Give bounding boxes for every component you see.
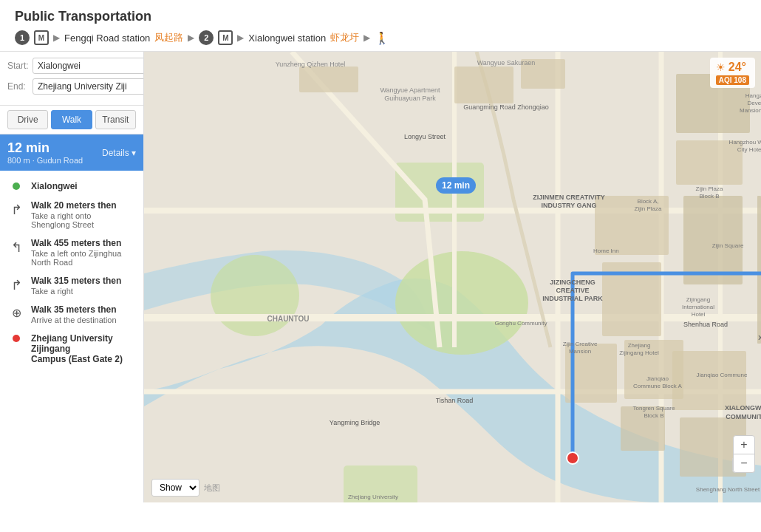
step-text-4: Walk 35 meters then Arrive at the destin…: [31, 304, 136, 324]
svg-rect-12: [454, 66, 513, 103]
svg-text:Jianqiao: Jianqiao: [646, 375, 669, 382]
step-icon-col: [7, 181, 25, 190]
svg-text:Shenhua Road: Shenhua Road: [683, 321, 728, 328]
step-1: ↱ Walk 20 meters then Take a right ontoS…: [0, 196, 143, 233]
walk-icon: 🚶: [375, 31, 389, 45]
svg-text:Zijin Plaza: Zijin Plaza: [696, 185, 723, 192]
svg-text:CREATIVE: CREATIVE: [556, 287, 590, 294]
steps-list: Xialongwei ↱ Walk 20 meters then Take a …: [0, 171, 143, 502]
search-section: Start: ✕ ⇅ End: ✕: [0, 52, 143, 106]
step1-desc: Take a right ontoShenglong Street: [31, 211, 136, 229]
step-text-3: Walk 315 meters then Take a right: [31, 276, 136, 296]
mode-buttons: Drive Walk Transit: [0, 106, 143, 134]
arrow-4: ▶: [364, 33, 370, 43]
step4-title: Walk 35 meters then: [31, 304, 136, 315]
step-text: Xialongwei: [31, 181, 136, 191]
svg-text:Home Inn: Home Inn: [593, 248, 619, 254]
duration-bar: 12 min 800 m · Gudun Road Details ▾: [0, 134, 143, 171]
svg-rect-17: [683, 196, 743, 284]
svg-text:Zijingang Campus: Zijingang Campus: [349, 501, 397, 502]
zoom-controls: + −: [733, 435, 755, 473]
svg-text:Zhejiang: Zhejiang: [628, 342, 651, 349]
arrow-1: ▶: [53, 33, 60, 43]
svg-text:Guangming Road Zhongqiao: Guangming Road Zhongqiao: [463, 103, 549, 111]
svg-text:Hotel: Hotel: [692, 311, 706, 318]
arrive-icon-4: ⊕: [12, 306, 21, 320]
step3-desc: Take a right: [31, 287, 136, 296]
svg-text:INDUSTRIAL PARK: INDUSTRIAL PARK: [542, 295, 603, 302]
svg-text:Mansion Building A: Mansion Building A: [740, 107, 761, 114]
step-2: ↰ Walk 455 meters then Take a left onto …: [0, 233, 143, 271]
transit-button[interactable]: Transit: [95, 110, 136, 129]
zoom-out-button[interactable]: −: [734, 454, 754, 472]
svg-rect-23: [672, 351, 746, 410]
svg-text:Zijin Square: Zijin Square: [712, 242, 744, 249]
svg-text:Wangyue Apartment: Wangyue Apartment: [380, 86, 440, 94]
svg-text:Hangzhou West: Hangzhou West: [729, 139, 761, 146]
map-area[interactable]: Wangyue Sakuraen Yunzheng Qizhen Hotel W…: [144, 52, 761, 502]
step-4: ⊕ Walk 35 meters then Arrive at the dest…: [0, 300, 143, 329]
step2-badge: 2: [199, 30, 214, 45]
show-select[interactable]: Show: [151, 479, 199, 497]
step2-station: Xialongwei station: [248, 33, 326, 44]
sidebar: Start: ✕ ⇅ End: ✕ Drive Walk Transit 12 …: [0, 52, 144, 502]
svg-text:Zijin Creative: Zijin Creative: [563, 341, 598, 347]
map-credit: 地图: [204, 482, 220, 494]
step-dest: Zhejiang University ZijingangCampus (Eas…: [0, 329, 143, 369]
metro-icon-2: M: [218, 30, 233, 45]
svg-text:XIALONGWEI: XIALONGWEI: [725, 404, 761, 412]
drive-button[interactable]: Drive: [7, 110, 48, 129]
dest-title: Zhejiang University ZijingangCampus (Eas…: [31, 333, 136, 364]
svg-text:Guihuayuan Park: Guihuayuan Park: [384, 95, 436, 102]
step-icon-col-2: ↰: [7, 238, 25, 256]
svg-text:Jianqiao Commune: Jianqiao Commune: [697, 372, 748, 378]
start-dot: [13, 183, 20, 190]
arrow-3: ▶: [237, 33, 244, 43]
svg-text:Zijingang: Zijingang: [686, 296, 710, 303]
svg-text:Yangming Bridge: Yangming Bridge: [330, 419, 380, 426]
start-label: Start:: [7, 61, 30, 71]
svg-text:JIZINGCHENG: JIZINGCHENG: [550, 279, 596, 286]
svg-text:Longyu Street: Longyu Street: [404, 133, 446, 140]
turn-left-icon-2: ↰: [11, 239, 22, 256]
breadcrumb: 1 M ▶ Fengqi Road station 凤起路 ▶ 2 M ▶ Xi…: [15, 30, 746, 45]
step-icon-col-3: ↱: [7, 276, 25, 293]
svg-text:CHAUNTOU: CHAUNTOU: [267, 315, 309, 323]
svg-text:Block A,: Block A,: [638, 198, 659, 205]
details-button[interactable]: Details ▾: [102, 148, 136, 158]
header: Public Transportation 1 M ▶ Fengqi Road …: [0, 0, 761, 52]
step2-cjk: 虾龙圩: [330, 31, 359, 44]
start-input[interactable]: [33, 58, 144, 74]
step-icon-col-1: ↱: [7, 200, 25, 218]
step-text-dest: Zhejiang University ZijingangCampus (Eas…: [31, 333, 136, 364]
turn-right-icon-1: ↱: [11, 202, 22, 218]
svg-point-1: [395, 251, 528, 355]
step1-cjk: 凤起路: [154, 31, 183, 44]
step3-title: Walk 315 meters then: [31, 276, 136, 286]
svg-rect-18: [595, 196, 669, 255]
svg-text:International: International: [682, 304, 714, 310]
svg-text:Gonghu Community: Gonghu Community: [494, 320, 547, 327]
svg-text:Hangzhou City: Hangzhou City: [745, 92, 761, 99]
svg-text:Block B: Block B: [644, 412, 663, 419]
step-text-2: Walk 455 meters then Take a left onto Zi…: [31, 238, 136, 267]
main-layout: Start: ✕ ⇅ End: ✕ Drive Walk Transit 12 …: [0, 52, 761, 502]
svg-text:Zhejiang University: Zhejiang University: [348, 494, 398, 500]
svg-text:COMMUNITY: COMMUNITY: [726, 413, 761, 420]
svg-text:Yunzheng Qizhen Hotel: Yunzheng Qizhen Hotel: [276, 61, 346, 68]
walk-button[interactable]: Walk: [51, 110, 92, 129]
zoom-in-button[interactable]: +: [734, 436, 754, 454]
step-icon-col-dest: [7, 333, 25, 342]
duration-distance: 800 m · Gudun Road: [7, 156, 83, 165]
page-title: Public Transportation: [15, 9, 746, 24]
svg-text:Wangyue Sakuraen: Wangyue Sakuraen: [477, 59, 536, 66]
end-dot: [13, 335, 20, 342]
svg-point-3: [211, 255, 299, 336]
svg-rect-14: [299, 66, 358, 92]
step1-title: Walk 20 meters then: [31, 200, 136, 211]
end-input[interactable]: [33, 78, 144, 95]
start-row: Start: ✕ ⇅: [7, 58, 136, 74]
svg-text:Block B: Block B: [699, 193, 719, 200]
step-start: Xialongwei: [0, 177, 143, 196]
step-title: Xialongwei: [31, 181, 136, 191]
